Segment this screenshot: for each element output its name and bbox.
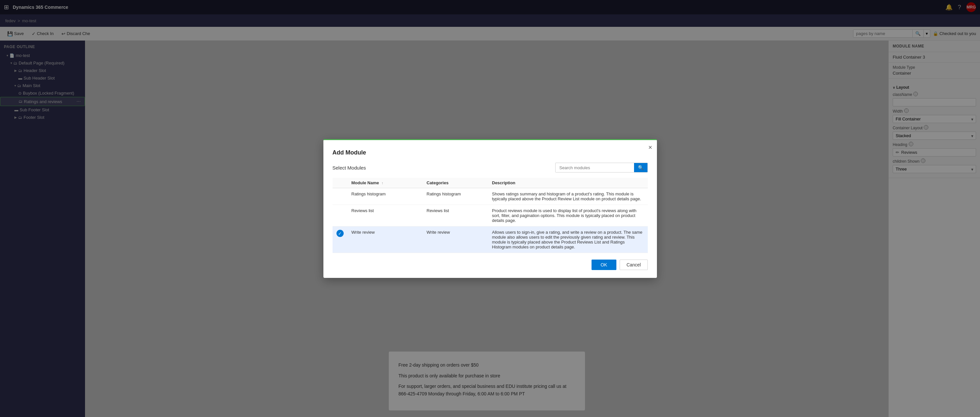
module-category-cell: Write review (423, 227, 488, 253)
table-row[interactable]: Ratings histogramRatings histogramShows … (332, 188, 648, 205)
sort-icon: ↑ (382, 181, 383, 185)
check-cell (332, 205, 348, 227)
module-table: Module Name ↑ Categories Description Rat… (332, 178, 648, 253)
module-description-cell: Allows users to sign-in, give a rating, … (488, 227, 648, 253)
ok-button[interactable]: OK (592, 260, 616, 270)
search-modules-box: 🔍 (555, 163, 648, 173)
check-cell: ✓ (332, 227, 348, 253)
search-modules-button[interactable]: 🔍 (634, 163, 648, 172)
table-header-row: Module Name ↑ Categories Description (332, 178, 648, 188)
modal-footer: OK Cancel (332, 260, 648, 270)
modal-header-row: Select Modules 🔍 (332, 163, 648, 173)
search-modules-input[interactable] (555, 163, 634, 172)
modal-title: Add Module (332, 149, 648, 156)
module-name-cell: Write review (348, 227, 423, 253)
col-description[interactable]: Description (488, 178, 648, 188)
cancel-button[interactable]: Cancel (620, 260, 648, 270)
module-name-cell: Reviews list (348, 205, 423, 227)
module-description-cell: Product reviews module is used to displa… (488, 205, 648, 227)
col-module-name[interactable]: Module Name ↑ (348, 178, 423, 188)
check-cell (332, 188, 348, 205)
select-modules-label: Select Modules (332, 165, 366, 171)
modal-overlay[interactable]: × Add Module Select Modules 🔍 Module Nam… (0, 0, 980, 417)
module-category-cell: Reviews list (423, 205, 488, 227)
table-row[interactable]: Reviews listReviews listProduct reviews … (332, 205, 648, 227)
add-module-modal: × Add Module Select Modules 🔍 Module Nam… (323, 139, 657, 278)
module-name-cell: Ratings histogram (348, 188, 423, 205)
check-circle: ✓ (336, 230, 344, 237)
col-check (332, 178, 348, 188)
modal-close-button[interactable]: × (648, 144, 652, 150)
col-categories[interactable]: Categories (423, 178, 488, 188)
module-category-cell: Ratings histogram (423, 188, 488, 205)
module-description-cell: Shows ratings summary and histogram of a… (488, 188, 648, 205)
table-row[interactable]: ✓Write reviewWrite reviewAllows users to… (332, 227, 648, 253)
